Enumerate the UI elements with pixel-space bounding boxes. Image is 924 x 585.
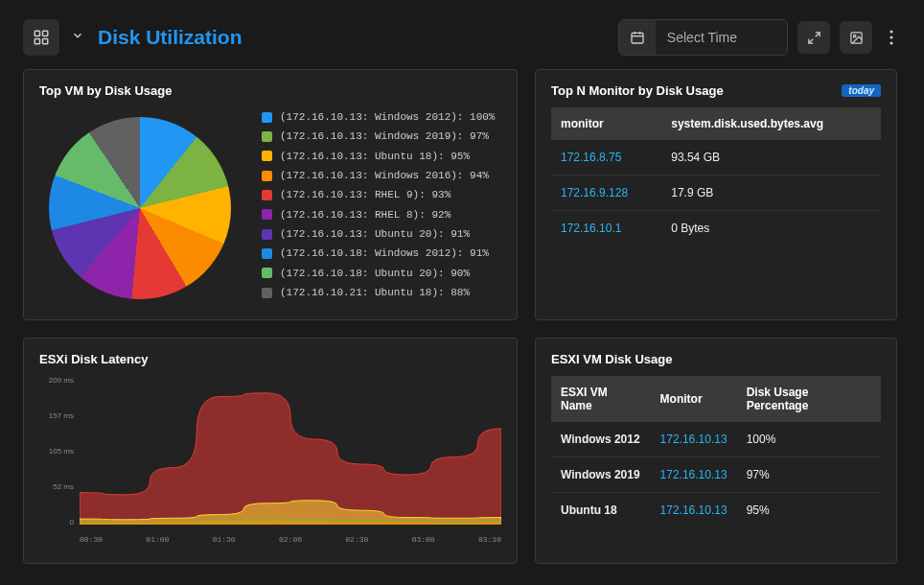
vm-usage-table: ESXI VM Name Monitor Disk Usage Percenta… [551, 376, 881, 527]
monitor-table: monitor system.disk.used.bytes.avg 172.1… [551, 107, 881, 246]
legend-label: (172.16.10.13: Windows 2016): 94% [280, 166, 489, 185]
panel-vm-usage: ESXI VM Disk Usage ESXI VM Name Monitor … [535, 338, 897, 564]
monitor-value: 93.54 GB [661, 140, 881, 176]
monitor-link[interactable]: 172.16.10.1 [551, 211, 661, 246]
panel-title: ESXi Disk Latency [39, 352, 501, 366]
legend-swatch [262, 131, 272, 142]
pie-legend: (172.16.10.13: Windows 2012): 100%(172.1… [262, 107, 495, 302]
legend-swatch [262, 190, 272, 200]
svg-point-14 [889, 41, 892, 44]
panel-title: ESXI VM Disk Usage [551, 352, 881, 366]
panel-latency: ESXi Disk Latency 209 ms157 ms105 ms52 m… [23, 338, 518, 564]
legend-label: (172.16.10.13: Ubuntu 20): 91% [280, 224, 470, 244]
vm-pct: 100% [737, 422, 881, 457]
x-tick: 00:30 [80, 535, 103, 544]
svg-point-12 [889, 30, 892, 33]
legend-label: (172.16.10.13: Windows 2012): 100% [280, 107, 495, 127]
time-selector[interactable]: Select Time [618, 19, 788, 56]
more-menu-icon[interactable] [882, 19, 901, 56]
legend-item[interactable]: (172.16.10.21: Ubuntu 18): 88% [262, 283, 495, 302]
vm-pct: 95% [737, 493, 881, 528]
x-tick: 03:00 [412, 535, 435, 544]
legend-label: (172.16.10.13: Ubuntu 18): 95% [280, 147, 470, 166]
vm-monitor-link[interactable]: 172.16.10.13 [651, 493, 737, 528]
legend-label: (172.16.10.13: RHEL 9): 93% [280, 185, 450, 204]
legend-label: (172.16.10.13: RHEL 8): 92% [280, 205, 450, 224]
legend-swatch [262, 151, 272, 161]
legend-item[interactable]: (172.16.10.13: RHEL 9): 93% [262, 185, 495, 204]
legend-item[interactable]: (172.16.10.13: Ubuntu 18): 95% [262, 147, 495, 166]
time-label: Select Time [667, 30, 775, 45]
legend-item[interactable]: (172.16.10.18: Ubuntu 20): 90% [262, 264, 495, 283]
x-tick: 03:30 [478, 535, 501, 544]
page-header: Disk Utilization Select Time [23, 10, 901, 69]
x-tick: 01:00 [146, 535, 169, 544]
legend-label: (172.16.10.18: Ubuntu 20): 90% [280, 264, 470, 283]
panel-top-monitor: Top N Monitor by Disk Usage today monito… [535, 69, 897, 320]
expand-icon[interactable] [797, 21, 830, 54]
legend-swatch [262, 248, 272, 259]
monitor-link[interactable]: 172.16.9.128 [551, 176, 661, 211]
legend-swatch [262, 209, 272, 220]
page-title: Disk Utilization [98, 26, 243, 49]
monitor-value: 0 Bytes [661, 211, 881, 246]
calendar-icon[interactable] [619, 20, 656, 55]
x-tick: 02:00 [279, 535, 302, 544]
legend-item[interactable]: (172.16.10.18: Windows 2012): 91% [262, 244, 495, 263]
svg-rect-1 [43, 31, 48, 35]
y-tick: 52 ms [39, 482, 74, 491]
table-row: Windows 2019172.16.10.1397% [551, 457, 881, 493]
table-row: Windows 2012172.16.10.13100% [551, 422, 881, 457]
legend-swatch [262, 229, 272, 240]
legend-item[interactable]: (172.16.10.13: RHEL 8): 92% [262, 205, 495, 224]
legend-item[interactable]: (172.16.10.13: Ubuntu 20): 91% [262, 224, 495, 244]
table-row: Ubuntu 18172.16.10.1395% [551, 493, 881, 528]
col-monitor: monitor [551, 107, 661, 140]
panel-title: Top VM by Disk Usage [39, 83, 501, 98]
y-tick: 0 [39, 518, 74, 526]
y-tick: 209 ms [39, 376, 74, 385]
legend-swatch [262, 268, 272, 278]
monitor-value: 17.9 GB [661, 176, 881, 211]
svg-point-13 [889, 35, 892, 38]
col-value: system.disk.used.bytes.avg [661, 107, 881, 140]
dashboard-grid-icon[interactable] [23, 19, 59, 56]
x-tick: 01:30 [213, 535, 236, 544]
legend-item[interactable]: (172.16.10.13: Windows 2012): 100% [262, 107, 495, 127]
vm-name: Ubuntu 18 [551, 493, 651, 528]
col-name: ESXI VM Name [551, 376, 651, 422]
legend-swatch [262, 171, 272, 181]
svg-rect-0 [35, 31, 39, 35]
x-tick: 02:30 [345, 535, 368, 544]
col-pct: Disk Usage Percentage [737, 376, 881, 422]
table-row: 172.16.8.7593.54 GB [551, 140, 881, 176]
legend-label: (172.16.10.18: Windows 2012): 91% [280, 244, 489, 263]
svg-rect-2 [35, 39, 39, 44]
vm-name: Windows 2012 [551, 422, 651, 457]
vm-monitor-link[interactable]: 172.16.10.13 [651, 422, 737, 457]
legend-item[interactable]: (172.16.10.13: Windows 2019): 97% [262, 127, 495, 146]
svg-rect-3 [43, 39, 48, 44]
panel-top-vm: Top VM by Disk Usage (172.16.10.13: Wind… [23, 69, 518, 320]
vm-name: Windows 2019 [551, 457, 651, 493]
y-tick: 105 ms [39, 447, 74, 456]
time-badge: today [842, 84, 881, 97]
vm-pct: 97% [737, 457, 881, 493]
legend-swatch [262, 288, 272, 298]
legend-swatch [262, 112, 272, 123]
col-monitor: Monitor [651, 376, 737, 422]
chevron-down-icon[interactable] [69, 29, 84, 46]
monitor-link[interactable]: 172.16.8.75 [551, 140, 661, 176]
latency-chart: 209 ms157 ms105 ms52 ms0 00:3001:0001:30… [39, 376, 501, 544]
table-row: 172.16.10.10 Bytes [551, 211, 881, 246]
legend-label: (172.16.10.21: Ubuntu 18): 88% [280, 283, 470, 302]
image-icon[interactable] [840, 21, 872, 54]
vm-monitor-link[interactable]: 172.16.10.13 [651, 457, 737, 493]
panel-title: Top N Monitor by Disk Usage today [551, 83, 881, 98]
svg-rect-4 [632, 33, 643, 43]
legend-item[interactable]: (172.16.10.13: Windows 2016): 94% [262, 166, 495, 185]
svg-point-11 [853, 35, 856, 37]
pie-chart [39, 107, 241, 309]
table-row: 172.16.9.12817.9 GB [551, 176, 881, 211]
legend-label: (172.16.10.13: Windows 2019): 97% [280, 127, 489, 146]
